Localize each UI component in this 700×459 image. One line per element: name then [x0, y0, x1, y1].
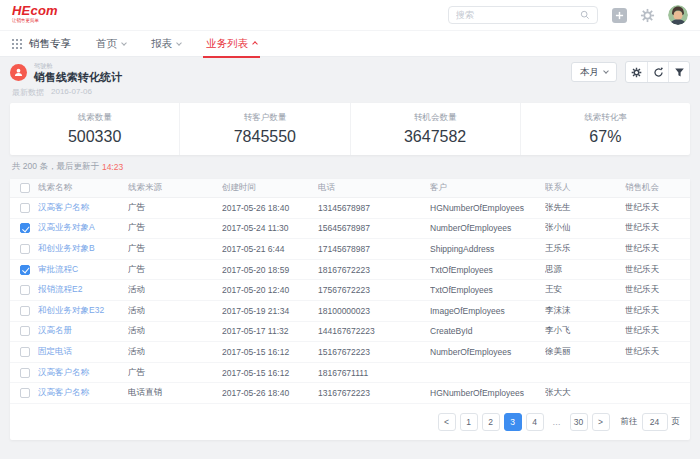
table-row[interactable]: 和创业务对象E32 活动 2017-05-19 21:34 1810000002… [10, 301, 690, 322]
lead-opportunity: 世纪乐天 [625, 305, 680, 317]
lead-name-link[interactable]: 报销流程E2 [38, 284, 128, 296]
lead-created-time: 2017-05-19 21:34 [222, 306, 318, 316]
stat-item: 转机会数量 3647582 [350, 103, 520, 155]
page-button[interactable]: 2 [482, 413, 500, 431]
stat-value: 500330 [68, 128, 121, 146]
lead-customer: HGNumberOfEmployees [430, 388, 545, 398]
refresh-icon [653, 67, 664, 78]
main-content: 驾驶舱 销售线索转化统计 本月 最新数据 2016-07-06 [0, 57, 700, 440]
title-controls: 本月 [571, 61, 690, 83]
lead-name-link[interactable]: 固定电话 [38, 346, 128, 358]
page-button[interactable]: 1 [460, 413, 478, 431]
gear-icon [631, 67, 642, 78]
nav-tab[interactable]: 首页 [96, 30, 126, 57]
lead-phone: 15645678987 [318, 223, 430, 233]
lead-customer: TxtOfEmployees [430, 265, 545, 275]
page-title: 销售线索转化统计 [34, 70, 122, 85]
lead-name-link[interactable]: 汉高名册 [38, 325, 128, 337]
page-button[interactable]: 30 [570, 413, 588, 431]
table-row[interactable]: 汉高业务对象A 广告 2017-05-24 11:30 15645678987 … [10, 219, 690, 240]
list-summary: 共 200 条，最后更新于 14:23 [10, 155, 690, 179]
latest-data-label: 最新数据 [12, 87, 44, 98]
row-checkbox[interactable] [20, 326, 30, 336]
page-button[interactable]: 4 [526, 413, 544, 431]
row-checkbox[interactable] [20, 368, 30, 378]
row-checkbox[interactable] [20, 285, 30, 295]
stat-item: 转客户数量 7845550 [179, 103, 349, 155]
lead-name-link[interactable]: 汉高客户名称 [38, 387, 128, 399]
table-row[interactable]: 审批流程C 广告 2017-05-20 18:59 18167672223 Tx… [10, 260, 690, 281]
lead-created-time: 2017-05-17 11:32 [222, 326, 318, 336]
person-icon [13, 67, 24, 78]
stat-value: 7845550 [234, 128, 296, 146]
lead-contact: 王安 [545, 284, 625, 296]
lead-name-link[interactable]: 汉高客户名称 [38, 202, 128, 214]
summary-updated-time: 14:23 [102, 162, 123, 172]
lead-created-time: 2017-05-15 16:12 [222, 347, 318, 357]
table-row[interactable]: 固定电话 活动 2017-05-15 16:12 15167672223 Num… [10, 342, 690, 363]
row-checkbox[interactable] [20, 223, 30, 233]
lead-name-link[interactable]: 汉高客户名称 [38, 367, 128, 379]
nav-bar: 销售专享 首页 报表 业务列表 [0, 30, 700, 57]
stat-label: 转机会数量 [414, 112, 457, 124]
lead-customer: NumberOfEmployees [430, 347, 545, 357]
nav-tab[interactable]: 业务列表 [206, 30, 257, 57]
lead-name-link[interactable]: 和创业务对象B [38, 243, 128, 255]
lead-phone: 17567672223 [318, 285, 430, 295]
lead-created-time: 2017-05-26 18:40 [222, 388, 318, 398]
stats-card: 线索数量 500330 转客户数量 7845550 转机会数量 3647582 … [10, 103, 690, 155]
column-header: 电话 [318, 182, 430, 194]
row-checkbox[interactable] [20, 306, 30, 316]
row-checkbox[interactable] [20, 347, 30, 357]
lead-name-link[interactable]: 汉高业务对象A [38, 222, 128, 234]
page-category: 驾驶舱 [34, 61, 103, 70]
refresh-button[interactable] [647, 62, 668, 82]
lead-opportunity: 世纪乐天 [625, 264, 680, 276]
period-dropdown[interactable]: 本月 [571, 62, 617, 82]
page-button[interactable]: 3 [504, 413, 522, 431]
table-row[interactable]: 汉高客户名称 广告 2017-05-15 16:12 18167671111 [10, 363, 690, 384]
gear-icon [640, 8, 655, 23]
logo[interactable]: HEcom 让销售更简单 [12, 4, 66, 27]
lead-name-link[interactable]: 审批流程C [38, 264, 128, 276]
row-checkbox[interactable] [20, 244, 30, 254]
search-box[interactable] [448, 6, 598, 24]
lead-source: 电话直销 [128, 387, 222, 399]
lead-customer: ImageOfEmployees [430, 306, 545, 316]
latest-data-row: 最新数据 2016-07-06 [10, 87, 690, 103]
search-input[interactable] [456, 10, 580, 20]
settings-tool-button[interactable] [626, 62, 647, 82]
table-row[interactable]: 汉高客户名称 电话直销 2017-05-26 18:40 13167672223… [10, 383, 690, 404]
table-row[interactable]: 和创业务对象B 广告 2017-05-21 6:44 17145678987 S… [10, 239, 690, 260]
next-page-button[interactable]: > [592, 413, 610, 431]
table-row[interactable]: 汉高客户名称 广告 2017-05-26 18:40 13145678987 H… [10, 198, 690, 219]
nav-tab[interactable]: 报表 [151, 30, 181, 57]
page-button[interactable]: … [548, 413, 566, 431]
stat-label: 线索数量 [78, 112, 112, 124]
lead-customer: NumberOfEmployees [430, 223, 545, 233]
select-all-checkbox[interactable] [20, 183, 30, 193]
filter-button[interactable] [668, 62, 689, 82]
row-checkbox[interactable] [20, 265, 30, 275]
apps-grid-icon[interactable] [12, 39, 22, 49]
column-header: 销售机会 [625, 182, 680, 194]
add-button[interactable] [612, 8, 627, 23]
goto-page-input[interactable]: 24 [642, 413, 668, 431]
nav-tab-label: 业务列表 [206, 37, 248, 51]
table-row[interactable]: 报销流程E2 活动 2017-05-20 12:40 17567672223 T… [10, 280, 690, 301]
lead-phone: 144167672223 [318, 326, 430, 336]
latest-data-date: 2016-07-06 [51, 87, 92, 98]
stat-label: 转客户数量 [244, 112, 287, 124]
filter-icon [674, 67, 685, 78]
leads-table: 线索名称 线索来源 创建时间 电话 客户 联系人 销售机会 汉高客户名称 广告 … [10, 179, 690, 440]
column-header: 联系人 [545, 182, 625, 194]
row-checkbox[interactable] [20, 388, 30, 398]
prev-page-button[interactable]: < [438, 413, 456, 431]
table-row[interactable]: 汉高名册 活动 2017-05-17 11:32 144167672223 Cr… [10, 322, 690, 343]
avatar[interactable] [668, 5, 688, 25]
settings-button[interactable] [640, 8, 655, 23]
lead-source: 广告 [128, 202, 222, 214]
lead-name-link[interactable]: 和创业务对象E32 [38, 305, 128, 317]
row-checkbox[interactable] [20, 203, 30, 213]
lead-phone: 13167672223 [318, 388, 430, 398]
